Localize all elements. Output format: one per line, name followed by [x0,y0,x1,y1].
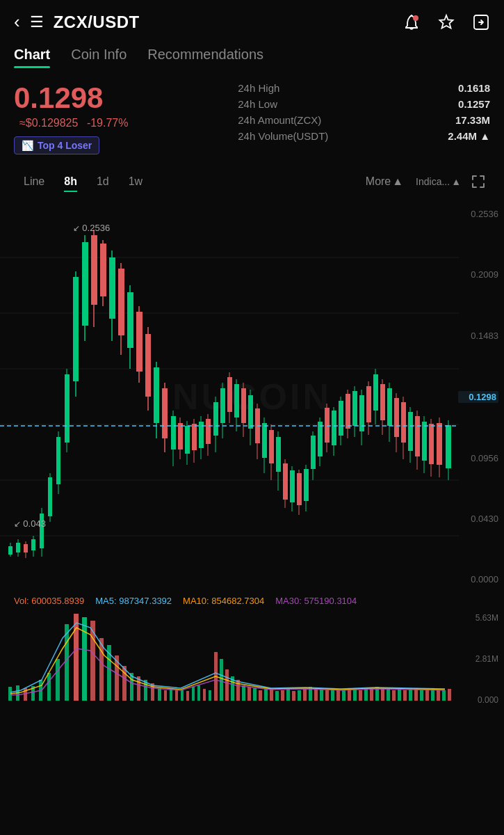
more-label: More [366,175,391,188]
svg-rect-150 [170,689,172,701]
volume-svg [0,610,459,708]
svg-rect-160 [225,669,229,701]
stat-amount-label: 24h Amount(ZCX) [238,114,321,126]
svg-rect-137 [74,614,79,701]
interval-1w[interactable]: 1w [119,171,152,192]
svg-rect-111 [387,388,392,426]
tab-chart[interactable]: Chart [14,47,50,68]
svg-rect-157 [209,690,211,701]
svg-rect-109 [380,384,385,420]
share-icon[interactable] [472,13,490,31]
svg-rect-169 [275,691,279,701]
svg-rect-139 [90,621,95,701]
main-price: 0.1298 [14,82,224,114]
svg-rect-27 [73,277,79,381]
interval-1d[interactable]: 1d [87,171,119,192]
svg-rect-15 [24,544,28,552]
star-icon[interactable] [437,13,455,31]
badge-label: Top 4 Loser [38,140,92,151]
svg-rect-170 [281,690,284,701]
tab-coin-info[interactable]: Coin Info [71,47,127,68]
chart-high-label: 0.2536 [73,223,110,233]
svg-rect-91 [318,422,323,456]
svg-rect-17 [31,539,35,550]
svg-rect-95 [332,411,336,445]
y-label-2: 0.1483 [458,331,498,341]
stat-low-value: 0.1257 [458,98,490,110]
svg-rect-189 [387,689,390,701]
svg-rect-153 [186,691,189,701]
svg-rect-188 [381,688,384,701]
vol-ma5-label: MA5: 987347.3392 [95,596,172,606]
y-label-4: 0.0956 [458,453,498,463]
svg-rect-165 [253,688,257,701]
svg-rect-176 [314,688,318,701]
svg-rect-198 [437,690,440,701]
svg-rect-31 [91,235,97,305]
badge-icon: 📉 [22,140,33,151]
stat-high-label: 24h High [238,82,279,94]
svg-rect-148 [158,688,161,701]
svg-rect-123 [429,424,434,464]
svg-rect-79 [276,437,281,472]
svg-rect-75 [262,423,267,458]
svg-marker-1 [440,15,453,29]
svg-rect-121 [422,422,427,461]
svg-rect-173 [298,690,301,701]
svg-rect-67 [234,384,239,418]
svg-rect-163 [242,685,245,701]
chart-area[interactable]: NUCOIN [0,202,504,591]
svg-rect-101 [352,391,357,426]
svg-rect-164 [247,687,251,701]
svg-rect-138 [82,617,87,701]
more-arrow-icon: ▲ [392,175,403,188]
chart-low-label: 0.043 [14,518,46,529]
svg-rect-33 [100,244,106,296]
svg-rect-71 [248,395,253,429]
back-button[interactable]: ‹ [14,11,20,33]
pair-title: ZCX/USDT [54,13,140,32]
vol-ma10-label: MA10: 854682.7304 [183,596,264,606]
more-button[interactable]: More ▲ [359,171,410,192]
svg-rect-49 [171,416,176,450]
alert-icon[interactable] [403,13,421,31]
stat-amount-value: 17.33M [455,114,490,126]
svg-rect-181 [342,690,346,701]
vol-y-axis: 5.63M 2.81M 0.000 [458,610,498,708]
svg-rect-81 [283,463,288,500]
vol-y-label-2: 0.000 [458,695,498,705]
svg-rect-83 [290,470,295,502]
svg-rect-117 [408,412,413,451]
chart-controls: Line 8h 1d 1w More ▲ Indica... ▲ [0,161,504,202]
svg-rect-89 [311,436,316,469]
y-label-1: 0.2009 [458,269,498,280]
stat-24h-high: 24h High 0.1618 [238,82,490,94]
svg-rect-180 [336,690,340,701]
vol-label: Vol: 600035.8939 [14,596,84,606]
svg-rect-25 [65,374,70,443]
svg-rect-63 [220,388,225,423]
indicators-button[interactable]: Indica... ▲ [410,172,466,191]
svg-rect-171 [286,689,290,701]
svg-rect-149 [164,690,167,701]
y-label-0: 0.2536 [458,209,498,219]
header: ‹ ☰ ZCX/USDT [0,0,504,44]
line-button[interactable]: Line [14,171,54,192]
svg-rect-151 [175,690,178,701]
svg-rect-152 [181,690,184,701]
tab-recommendations[interactable]: Recommendations [147,47,263,68]
menu-icon[interactable]: ☰ [30,13,44,31]
svg-rect-195 [420,690,423,701]
fullscreen-button[interactable] [466,170,490,193]
svg-rect-159 [220,659,223,701]
svg-rect-37 [118,269,124,335]
y-label-5: 0.0430 [458,514,498,524]
interval-8h[interactable]: 8h [54,171,87,192]
svg-rect-115 [401,402,406,443]
svg-rect-200 [448,689,451,701]
svg-rect-51 [178,423,183,450]
volume-labels: Vol: 600035.8939 MA5: 987347.3392 MA10: … [0,591,504,610]
svg-rect-97 [339,401,343,436]
svg-rect-113 [394,398,399,437]
volume-chart: 5.63M 2.81M 0.000 [0,610,504,708]
